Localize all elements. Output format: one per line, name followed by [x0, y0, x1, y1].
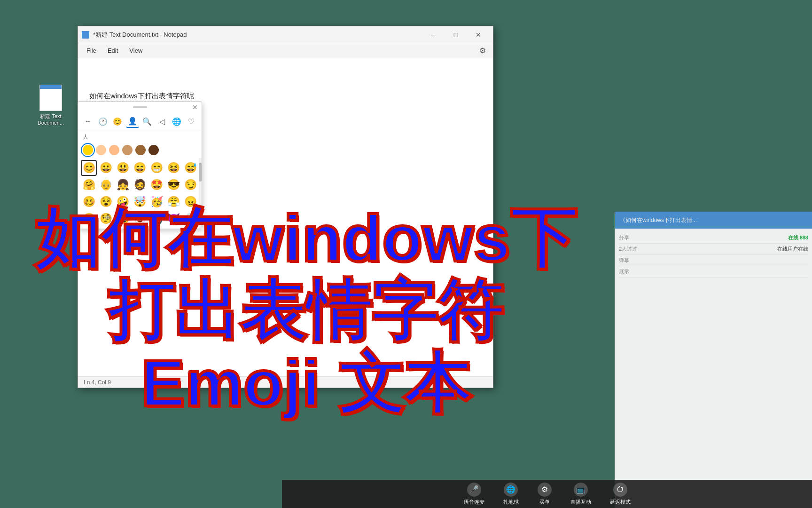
emoji-cell-8[interactable]: 👴 — [98, 177, 114, 193]
window-controls: ─ □ ✕ — [422, 27, 489, 42]
rp-row-display: 展示 — [619, 266, 808, 278]
menu-file[interactable]: File — [82, 45, 101, 56]
emoji-cell-20[interactable]: 😠 — [183, 194, 199, 210]
right-panel: 《如何在windows下打出表情... 分享 在线 888 2人过过 在线用户在… — [615, 212, 812, 508]
emoji-cell-24[interactable]: 🤡 — [132, 211, 148, 227]
emoji-cell-1[interactable]: 😀 — [98, 160, 114, 176]
desktop-icon-image — [39, 85, 62, 111]
minimize-button[interactable]: ─ — [422, 27, 444, 42]
rp-row-share: 分享 在线 888 — [619, 232, 808, 244]
skin-tone-5[interactable] — [135, 145, 146, 155]
globe-label: 扎地球 — [503, 499, 519, 506]
emoji-cell-7[interactable]: 🤗 — [81, 177, 97, 193]
emoji-cell-3[interactable]: 😄 — [132, 160, 148, 176]
emoji-cell-17[interactable]: 🤯 — [132, 194, 148, 210]
emoji-scrollbar-thumb — [199, 163, 202, 182]
emoji-section-label: 人 — [78, 130, 202, 142]
emoji-scrollbar[interactable] — [199, 158, 202, 229]
bottom-bar: 🎤 语音连麦 🌐 扎地球 ⚙ 买单 📺 直播互动 ⏱ 延迟模式 — [282, 480, 812, 508]
emoji-cell-12[interactable]: 😎 — [166, 177, 182, 193]
emoji-picker-close-button[interactable]: ✕ — [192, 103, 198, 111]
skin-tone-2[interactable] — [96, 145, 106, 155]
skin-tone-3[interactable] — [109, 145, 119, 155]
emoji-grid: 😊 😀 😃 😄 😁 😆 😅 🤗 👴 👧 🧔 🤩 😎 😏 🥴 😵 🤪 🤯 — [81, 160, 199, 227]
voice-icon: 🎤 — [467, 483, 481, 497]
emoji-grid-container[interactable]: 😊 😀 😃 😄 😁 😆 😅 🤗 👴 👧 🧔 🤩 😎 😏 🥴 😵 🤪 🤯 — [78, 158, 202, 229]
emoji-cell-11[interactable]: 🤩 — [149, 177, 165, 193]
maximize-button[interactable]: □ — [445, 27, 467, 42]
pay-icon: ⚙ — [538, 483, 552, 497]
desktop-icon-label-line1: 新建 Text — [40, 113, 61, 120]
right-panel-header: 《如何在windows下打出表情... — [615, 212, 812, 229]
menu-edit[interactable]: Edit — [103, 45, 123, 56]
emoji-nav-back[interactable]: ← — [82, 115, 94, 128]
emoji-nav-heart[interactable]: ♡ — [185, 115, 198, 128]
emoji-nav-search[interactable]: 🔍 — [141, 115, 154, 128]
emoji-nav: ← 🕐 😊 👤 🔍 ◁ 🌐 ♡ — [78, 113, 202, 130]
emoji-cell-6[interactable]: 😅 — [183, 160, 199, 176]
emoji-cell-19[interactable]: 😤 — [166, 194, 182, 210]
emoji-cell-14[interactable]: 🥴 — [81, 194, 97, 210]
emoji-nav-symbols[interactable]: ◁ — [156, 115, 168, 128]
emoji-cell-16[interactable]: 🤪 — [115, 194, 131, 210]
emoji-cell-0[interactable]: 😊 — [81, 160, 97, 176]
bottom-btn-globe[interactable]: 🌐 扎地球 — [503, 483, 519, 506]
rp-display-label: 展示 — [619, 268, 629, 275]
bottom-btn-voice[interactable]: 🎤 语音连麦 — [464, 483, 484, 506]
right-panel-title: 《如何在windows下打出表情... — [620, 216, 697, 224]
emoji-nav-globe[interactable]: 🌐 — [170, 115, 183, 128]
status-bar: Ln 4, Col 9 — [78, 376, 493, 388]
emoji-cell-13[interactable]: 😏 — [183, 177, 199, 193]
emoji-nav-people[interactable]: 👤 — [126, 115, 139, 128]
globe-icon: 🌐 — [504, 483, 518, 497]
emoji-cell-15[interactable]: 😵 — [98, 194, 114, 210]
rp-row-barrage: 弹幕 — [619, 255, 808, 266]
rp-online-label: 在线 888 — [788, 234, 808, 241]
emoji-cell-27[interactable]: 💀 — [183, 211, 199, 227]
close-button[interactable]: ✕ — [468, 27, 489, 42]
delay-label: 延迟模式 — [610, 499, 631, 506]
content-line1: 如何在windows下打出表情字符呢 — [89, 90, 482, 102]
bottom-btn-pay[interactable]: ⚙ 买单 — [538, 483, 552, 506]
emoji-skin-tones — [78, 142, 202, 158]
bottom-btn-delay[interactable]: ⏱ 延迟模式 — [610, 483, 631, 506]
bottom-btn-live[interactable]: 📺 直播互动 — [570, 483, 591, 506]
rp-users-label: 2人过过 — [619, 246, 637, 253]
title-bar: *新建 Text Document.txt - Notepad ─ □ ✕ — [78, 26, 493, 43]
cursor-position: Ln 4, Col 9 — [84, 379, 111, 386]
desktop: 新建 Text Documen... *新建 Text Document.txt… — [0, 0, 812, 508]
desktop-icon-label-line2: Documen... — [38, 120, 64, 126]
emoji-cell-23[interactable]: 🥸 — [115, 211, 131, 227]
emoji-nav-emoji[interactable]: 😊 — [111, 115, 124, 128]
emoji-cell-26[interactable]: 😈 — [166, 211, 182, 227]
emoji-cell-9[interactable]: 👧 — [115, 177, 131, 193]
emoji-cell-21[interactable]: 🤓 — [81, 211, 97, 227]
menu-view[interactable]: View — [125, 45, 147, 56]
emoji-cell-2[interactable]: 😃 — [115, 160, 131, 176]
emoji-nav-recent[interactable]: 🕐 — [96, 115, 109, 128]
window-title: *新建 Text Document.txt - Notepad — [93, 31, 422, 39]
live-label: 直播互动 — [570, 499, 591, 506]
delay-icon: ⏱ — [613, 483, 627, 497]
rp-users-value: 在线用户在线 — [777, 246, 808, 253]
live-icon: 📺 — [574, 483, 588, 497]
voice-label: 语音连麦 — [464, 499, 484, 506]
notepad-icon — [82, 31, 89, 39]
emoji-picker-drag-handle[interactable] — [78, 102, 202, 113]
emoji-cell-10[interactable]: 🧔 — [132, 177, 148, 193]
emoji-cell-25[interactable]: 👹 — [149, 211, 165, 227]
emoji-cell-18[interactable]: 🥳 — [149, 194, 165, 210]
skin-tone-6[interactable] — [148, 145, 159, 155]
settings-icon[interactable]: ⚙ — [476, 44, 489, 57]
right-panel-content: 分享 在线 888 2人过过 在线用户在线 弹幕 展示 — [615, 229, 812, 281]
skin-tone-4[interactable] — [122, 145, 133, 155]
skin-tone-1[interactable] — [83, 145, 93, 155]
emoji-cell-22[interactable]: 🧐 — [98, 211, 114, 227]
rp-share-label: 分享 — [619, 234, 629, 241]
drag-handle-dots — [133, 106, 147, 108]
emoji-cell-4[interactable]: 😁 — [149, 160, 165, 176]
emoji-picker: ✕ ← 🕐 😊 👤 🔍 ◁ 🌐 ♡ 人 😊 😀 — [78, 101, 202, 229]
desktop-icon-textfile[interactable]: 新建 Text Documen... — [32, 85, 70, 126]
emoji-cell-5[interactable]: 😆 — [166, 160, 182, 176]
rp-row-users: 2人过过 在线用户在线 — [619, 244, 808, 255]
